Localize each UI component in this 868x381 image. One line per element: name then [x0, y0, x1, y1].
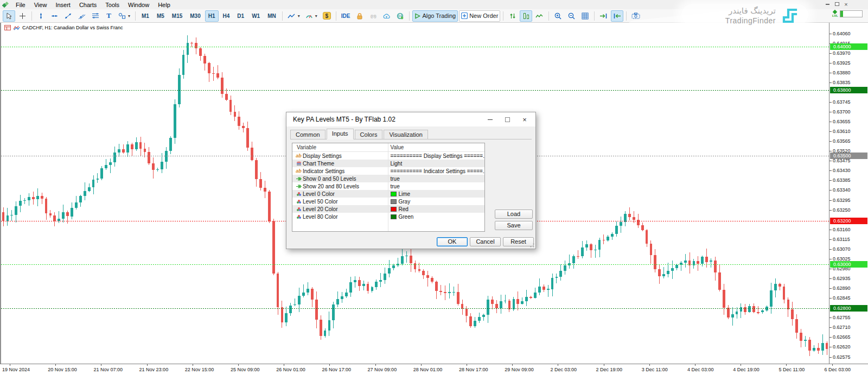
reset-button[interactable]: Reset	[503, 237, 534, 246]
value-cell[interactable]: Gray	[388, 199, 485, 205]
lock-button[interactable]	[353, 10, 366, 22]
quotes-button[interactable]: $	[321, 10, 333, 22]
timeframe-mn[interactable]: MN	[264, 10, 279, 22]
price-tick: 0.63475	[829, 158, 851, 164]
timeframe-m30[interactable]: M30	[187, 10, 203, 22]
dollar-icon: $	[323, 12, 331, 20]
table-row[interactable]: Show 20 and 80 Levelstrue	[292, 182, 484, 190]
value-cell[interactable]: true	[388, 176, 485, 182]
menu-tools[interactable]: Tools	[101, 2, 124, 8]
window-minimize-button[interactable]	[824, 1, 831, 8]
tab-visualization[interactable]: Visualization	[384, 130, 428, 139]
value-cell[interactable]: ========== Display Settings ======...	[388, 153, 485, 159]
tab-common[interactable]: Common	[290, 130, 326, 139]
timeframe-m5[interactable]: M5	[154, 10, 168, 22]
window-close-button[interactable]: ×	[843, 1, 850, 8]
crosshair-tool-button[interactable]	[16, 10, 29, 22]
table-row[interactable]: Chart ThemeLight	[292, 160, 484, 167]
window-restore-button[interactable]	[833, 1, 840, 8]
value-text: Lime	[399, 191, 411, 197]
new-order-button[interactable]: New Order	[459, 10, 500, 22]
cancel-button[interactable]: Cancel	[470, 237, 501, 246]
time-label: 19 Nov 2024	[2, 367, 30, 372]
variable-label: Display Settings	[303, 153, 342, 159]
line-chart-button[interactable]	[533, 10, 546, 22]
table-row[interactable]: Level 80 ColorGreen	[292, 213, 484, 220]
table-row[interactable]: Level 20 ColorRed	[292, 205, 484, 213]
shapes-tool-button[interactable]: ▾	[116, 10, 132, 22]
menu-file[interactable]: File	[11, 2, 30, 8]
timeframe-w1[interactable]: W1	[248, 10, 263, 22]
table-row[interactable]: Show 0 and 50 Levelstrue	[292, 175, 484, 182]
load-button[interactable]: Load	[495, 209, 533, 219]
menu-view[interactable]: View	[30, 2, 52, 8]
color-parameter-icon	[295, 199, 303, 204]
price-level-badge: 0.63500	[830, 153, 867, 159]
dialog-titlebar[interactable]: Key PA Levels MT5 - By TFlab 1.02 ×	[286, 112, 535, 126]
value-text: Red	[399, 206, 409, 212]
menu-charts[interactable]: Charts	[75, 2, 101, 8]
menu-insert[interactable]: Insert	[51, 2, 75, 8]
price-axis[interactable]: 0.640600.640150.639700.639250.638800.638…	[829, 23, 868, 364]
chart-shift-button[interactable]	[611, 10, 623, 22]
zoom-in-button[interactable]	[552, 10, 564, 22]
horizontal-line-tool-button[interactable]	[48, 10, 61, 22]
community-button[interactable]	[394, 10, 406, 22]
crosshair-icon	[19, 12, 26, 20]
value-cell[interactable]: Light	[388, 161, 485, 167]
vertical-line-tool-button[interactable]	[35, 10, 47, 22]
algo-trading-button[interactable]: Algo Trading	[412, 10, 458, 22]
boolean-parameter-icon	[295, 176, 303, 181]
resize-grip[interactable]	[530, 243, 534, 247]
value-cell[interactable]: Green	[388, 214, 485, 220]
tab-colors[interactable]: Colors	[355, 130, 383, 139]
menu-window[interactable]: Window	[124, 2, 154, 8]
variable-cell: Level 0 Color	[292, 191, 388, 197]
table-row[interactable]: Level 0 ColorLime	[292, 190, 484, 198]
timeframe-m15[interactable]: M15	[169, 10, 186, 22]
grid-button[interactable]	[579, 10, 591, 22]
variable-label: Level 0 Color	[303, 191, 335, 197]
equidistant-levels-tool-button[interactable]	[89, 10, 101, 22]
time-axis[interactable]: 19 Nov 202420 Nov 15:0021 Nov 07:0021 No…	[0, 364, 868, 381]
candlestick-chart-button[interactable]	[520, 10, 532, 22]
cloud-upload-icon	[382, 13, 391, 19]
indicators-button[interactable]: ▾	[303, 10, 320, 22]
table-row[interactable]: abIndicator Settings========== Indicator…	[292, 167, 484, 175]
timeframe-m1[interactable]: M1	[138, 10, 152, 22]
cloud-button[interactable]	[380, 10, 393, 22]
table-row[interactable]: Level 50 ColorGray	[292, 198, 484, 205]
trendline-tool-button[interactable]	[62, 10, 74, 22]
price-tick: 0.63880	[829, 70, 851, 76]
ok-button[interactable]: OK	[437, 237, 468, 246]
dialog-minimize-button[interactable]	[481, 113, 499, 125]
chart-type-button[interactable]: ▾	[285, 10, 302, 22]
table-row[interactable]: abDisplay Settings========== Display Set…	[292, 152, 484, 160]
value-cell[interactable]: Red	[388, 206, 485, 212]
variable-cell: Show 0 and 50 Levels	[292, 176, 388, 182]
chevron-down-icon: ▾	[298, 14, 300, 18]
value-cell[interactable]: true	[388, 183, 485, 189]
timeframe-h1[interactable]: H1	[205, 10, 219, 22]
signal-button[interactable]: ((o))	[367, 10, 379, 22]
ide-button[interactable]: IDE	[339, 10, 353, 22]
text-tool-button[interactable]: T	[103, 10, 115, 22]
price-tick: 0.63115	[829, 237, 850, 243]
dialog-close-button[interactable]: ×	[516, 113, 533, 125]
menu-help[interactable]: Help	[154, 2, 175, 8]
timeframe-d1[interactable]: D1	[234, 10, 247, 22]
tab-inputs[interactable]: Inputs	[327, 129, 354, 139]
channel-tool-button[interactable]	[75, 10, 88, 22]
save-button[interactable]: Save	[495, 221, 533, 230]
time-label: 26 Nov 01:00	[276, 367, 305, 372]
zoom-out-button[interactable]	[565, 10, 578, 22]
symbol-title: CADCHF, H1: Canadian Dollar vs Swiss Fra…	[22, 25, 123, 30]
dialog-maximize-button[interactable]	[499, 113, 516, 125]
value-cell[interactable]: ========== Indicator Settings =====...	[388, 168, 485, 174]
value-cell[interactable]: Lime	[388, 191, 485, 197]
variable-label: Show 0 and 50 Levels	[303, 176, 356, 182]
timeframe-h4[interactable]: H4	[220, 10, 233, 22]
tick-chart-button[interactable]	[506, 10, 519, 22]
cursor-tool-button[interactable]	[3, 10, 15, 22]
auto-scroll-button[interactable]	[597, 10, 610, 22]
